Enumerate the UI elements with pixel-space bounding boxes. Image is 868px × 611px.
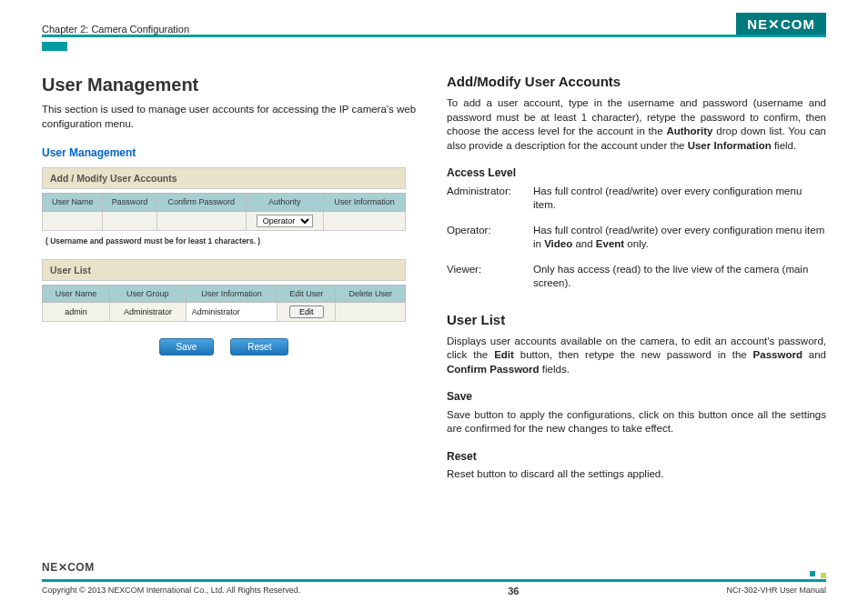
cell-usergroup: Administrator: [110, 303, 187, 322]
access-level-grid: Administrator: Has full control (read/wr…: [447, 185, 826, 291]
right-column: Add/Modify User Accounts To add a user a…: [447, 73, 826, 490]
title-add-modify: Add/Modify User Accounts: [447, 73, 826, 91]
save-button[interactable]: Save: [159, 338, 215, 356]
title-save: Save: [447, 389, 826, 404]
col2-userinfo: User Information: [186, 285, 278, 303]
left-column: User Management This section is used to …: [42, 73, 421, 490]
logo-text: NE✕COM: [747, 15, 815, 34]
ss-username-note: ( Username and password must be for leas…: [45, 236, 406, 246]
al-label-admin: Administrator:: [447, 185, 533, 213]
header-rule: [42, 35, 826, 37]
page-number: 36: [508, 585, 519, 598]
screenshot-user-management: User Management Add / Modify User Accoun…: [42, 145, 406, 356]
text-fragment: fields.: [540, 364, 570, 375]
intro-text: This section is used to manage user acco…: [42, 103, 421, 131]
add-modify-intro: To add a user account, type in the usern…: [447, 96, 826, 153]
al-label-viewer: Viewer:: [447, 263, 533, 291]
title-reset: Reset: [447, 449, 826, 464]
cell-edit: Edit: [278, 303, 336, 322]
col-username: User Name: [43, 194, 103, 211]
doc-name: NCr-302-VHR User Manual: [726, 585, 826, 598]
bold-edit: Edit: [494, 349, 514, 360]
edit-button[interactable]: Edit: [289, 306, 324, 318]
cell-username: admin: [43, 303, 110, 322]
col2-usergroup: User Group: [110, 285, 187, 303]
content-columns: User Management This section is used to …: [42, 73, 826, 490]
text-fragment: button, then retype the new password in …: [514, 349, 753, 360]
bold-video: Video: [544, 238, 572, 249]
cell-userinfo: Administrator: [186, 303, 278, 322]
input-username[interactable]: [43, 211, 103, 230]
brand-logo: NE✕COM: [736, 13, 826, 36]
ss-heading: User Management: [42, 145, 406, 160]
col-confirm-password: Confirm Password: [156, 194, 246, 211]
section-title-user-management: User Management: [42, 73, 421, 97]
col2-edituser: Edit User: [278, 285, 336, 303]
table-row: admin Administrator Administrator Edit: [43, 303, 406, 322]
col2-username: User Name: [43, 285, 110, 303]
ss-section-user-list: User List: [42, 259, 406, 281]
corner-accent: [42, 42, 67, 51]
col-password: Password: [103, 194, 157, 211]
cell-delete: [336, 303, 406, 322]
al-desc-admin: Has full control (read/write) over every…: [533, 185, 826, 213]
authority-select[interactable]: Operator: [257, 215, 313, 227]
footer-rule: [42, 579, 826, 582]
col-user-info: User Information: [323, 194, 405, 211]
ss-add-modify-table: User Name Password Confirm Password Auth…: [42, 193, 406, 230]
bold-confirm-password: Confirm Password: [447, 364, 540, 375]
footer-decoration: [810, 569, 826, 578]
footer-brand: NE✕COM: [42, 560, 95, 575]
col2-deleteuser: Delete User: [336, 285, 406, 303]
input-password[interactable]: [103, 211, 157, 230]
al-desc-operator: Has full control (read/write) over every…: [533, 224, 826, 252]
footer-row: Copyright © 2013 NEXCOM International Co…: [42, 585, 826, 598]
ss-user-list-table: User Name User Group User Information Ed…: [42, 285, 406, 322]
reset-button[interactable]: Reset: [230, 338, 288, 356]
reset-desc: Reset button to discard all the settings…: [447, 467, 826, 482]
col-authority: Authority: [246, 194, 323, 211]
input-user-info[interactable]: [323, 211, 405, 230]
bold-authority: Authority: [666, 125, 712, 136]
input-confirm-password[interactable]: [156, 211, 246, 230]
text-fragment: only.: [624, 238, 649, 249]
cell-authority: Operator: [246, 211, 323, 230]
title-user-list: User List: [447, 311, 826, 329]
bold-user-information: User Information: [688, 140, 772, 151]
bold-event: Event: [596, 238, 624, 249]
al-desc-viewer: Only has access (read) to the live view …: [533, 263, 826, 291]
ss-action-row: Save Reset: [42, 338, 406, 356]
copyright-text: Copyright © 2013 NEXCOM International Co…: [42, 585, 300, 598]
bold-password: Password: [753, 349, 802, 360]
title-access-level: Access Level: [447, 165, 826, 180]
text-fragment: and: [572, 238, 596, 249]
text-fragment: field.: [772, 140, 797, 151]
user-list-desc: Displays user accounts available on the …: [447, 335, 826, 377]
al-label-operator: Operator:: [447, 224, 533, 252]
ss-section-add-modify: Add / Modify User Accounts: [42, 167, 406, 189]
text-fragment: and: [802, 349, 826, 360]
save-desc: Save button to apply the configurations,…: [447, 408, 826, 436]
